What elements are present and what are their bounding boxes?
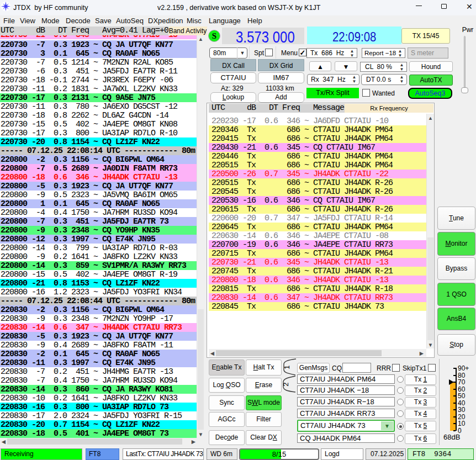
svg-text:2: 2 <box>282 382 290 386</box>
svg-text:1: 1 <box>283 365 291 369</box>
